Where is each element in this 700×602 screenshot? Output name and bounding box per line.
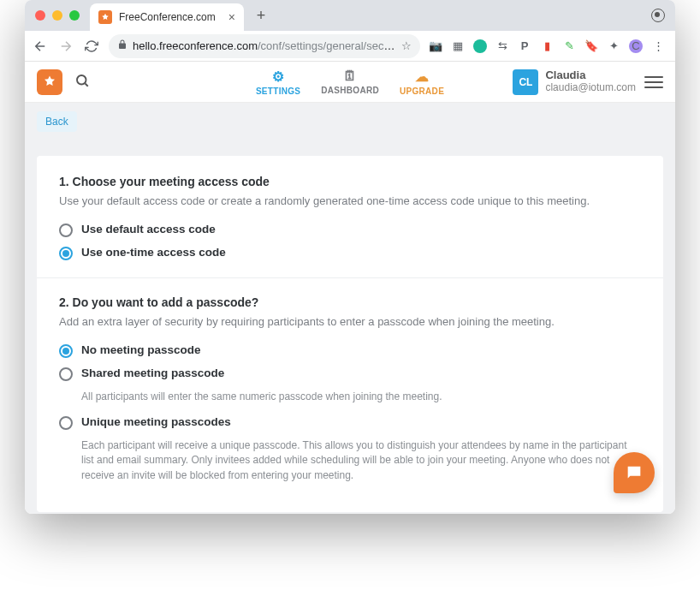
browser-tab-strip: FreeConference.com × + bbox=[25, 0, 675, 31]
radio-label: Shared meeting passcode bbox=[81, 367, 224, 379]
radio-icon bbox=[59, 367, 73, 381]
section1-desc: Use your default access code or create a… bbox=[59, 194, 641, 209]
lock-icon bbox=[117, 39, 128, 52]
chat-fab[interactable] bbox=[614, 452, 655, 493]
url-text: hello.freeconference.com/conf/settings/g… bbox=[133, 39, 396, 52]
cloud-up-icon: ☁ bbox=[415, 69, 429, 85]
radio-label: No meeting passcode bbox=[81, 343, 201, 356]
browser-toolbar: hello.freeconference.com/conf/settings/g… bbox=[25, 31, 675, 62]
star-icon[interactable]: ☆ bbox=[401, 39, 412, 52]
svg-rect-1 bbox=[630, 469, 638, 470]
radio-no-passcode[interactable]: No meeting passcode bbox=[59, 343, 641, 358]
new-tab-button[interactable]: + bbox=[251, 7, 271, 25]
radio-icon bbox=[59, 416, 73, 430]
user-menu[interactable]: CL Claudia claudia@iotum.com bbox=[513, 69, 636, 95]
radio-icon bbox=[59, 344, 73, 358]
ext-camera-icon[interactable]: 📷 bbox=[429, 39, 442, 53]
ext-todoist-icon[interactable]: ▮ bbox=[540, 39, 554, 53]
back-button[interactable]: Back bbox=[37, 111, 77, 132]
user-name: Claudia bbox=[545, 69, 636, 82]
tab-close-icon[interactable]: × bbox=[228, 10, 235, 24]
tab-overview-icon[interactable] bbox=[651, 9, 665, 22]
tab-title: FreeConference.com bbox=[119, 11, 216, 23]
divider bbox=[37, 277, 663, 278]
svg-rect-2 bbox=[630, 472, 635, 473]
nav-settings-label: SETTINGS bbox=[256, 86, 300, 96]
app-logo[interactable] bbox=[37, 69, 62, 95]
radio-help-shared: All participants will enter the same num… bbox=[81, 390, 641, 404]
gear-icon: ⚙ bbox=[272, 69, 284, 85]
address-bar[interactable]: hello.freeconference.com/conf/settings/g… bbox=[109, 34, 420, 58]
nav-dashboard[interactable]: 🗓 DASHBOARD bbox=[321, 69, 379, 95]
extension-icons: 📷 ▦ ⇆ P ▮ ✎ 🔖 ✦ C ⋮ bbox=[429, 39, 668, 53]
tab-favicon bbox=[98, 10, 112, 24]
hamburger-menu-icon[interactable] bbox=[644, 73, 663, 92]
settings-card: 1. Choose your meeting access code Use y… bbox=[37, 156, 663, 512]
ext-grid-icon[interactable]: ▦ bbox=[451, 39, 465, 53]
nav-settings[interactable]: ⚙ SETTINGS bbox=[256, 69, 300, 96]
radio-label: Use default access code bbox=[81, 223, 216, 235]
radio-shared-passcode[interactable]: Shared meeting passcode bbox=[59, 367, 641, 381]
back-bar: Back bbox=[25, 103, 675, 140]
app-header: ⚙ SETTINGS 🗓 DASHBOARD ☁ UPGRADE CL Clau… bbox=[25, 62, 675, 103]
radio-icon bbox=[59, 224, 73, 237]
kebab-menu-icon[interactable]: ⋮ bbox=[651, 39, 665, 53]
radio-onetime-access[interactable]: Use one-time access code bbox=[59, 246, 641, 260]
search-icon[interactable] bbox=[74, 73, 90, 92]
user-email: claudia@iotum.com bbox=[545, 82, 636, 94]
radio-unique-passcode[interactable]: Unique meeting passcodes bbox=[59, 415, 641, 430]
ext-bookmark-icon[interactable]: 🔖 bbox=[584, 39, 598, 53]
ext-feather-icon[interactable]: ✎ bbox=[562, 39, 576, 53]
section2-title: 2. Do you want to add a passcode? bbox=[59, 295, 641, 309]
main-nav: ⚙ SETTINGS 🗓 DASHBOARD ☁ UPGRADE bbox=[256, 69, 444, 96]
ext-puzzle-icon[interactable]: ✦ bbox=[607, 39, 620, 53]
nav-dashboard-label: DASHBOARD bbox=[321, 86, 379, 95]
nav-upgrade[interactable]: ☁ UPGRADE bbox=[400, 69, 444, 96]
svg-point-0 bbox=[77, 75, 86, 85]
profile-avatar[interactable]: C bbox=[629, 39, 643, 53]
radio-help-unique: Each participant will receive a unique p… bbox=[81, 438, 641, 483]
calendar-icon: 🗓 bbox=[343, 69, 357, 84]
window-maximize[interactable] bbox=[69, 10, 80, 21]
ext-pinterest-icon[interactable]: P bbox=[518, 39, 531, 53]
ext-green-icon[interactable] bbox=[473, 39, 487, 53]
radio-label: Use one-time access code bbox=[81, 246, 226, 259]
back-icon[interactable] bbox=[32, 39, 49, 54]
section2-desc: Add an extra layer of security by requir… bbox=[59, 314, 641, 330]
window-minimize[interactable] bbox=[52, 10, 62, 21]
window-close[interactable] bbox=[35, 10, 45, 21]
forward-icon bbox=[57, 39, 74, 54]
reload-icon[interactable] bbox=[83, 39, 100, 53]
section1-title: 1. Choose your meeting access code bbox=[59, 175, 641, 188]
chat-icon bbox=[625, 463, 644, 482]
browser-tab[interactable]: FreeConference.com × bbox=[90, 3, 244, 31]
radio-default-access[interactable]: Use default access code bbox=[59, 223, 641, 237]
user-avatar: CL bbox=[513, 69, 538, 95]
radio-icon bbox=[59, 247, 73, 260]
nav-upgrade-label: UPGRADE bbox=[400, 86, 444, 96]
radio-label: Unique meeting passcodes bbox=[81, 415, 231, 428]
window-controls bbox=[35, 10, 80, 21]
ext-sync-icon[interactable]: ⇆ bbox=[495, 39, 509, 53]
content-area: 1. Choose your meeting access code Use y… bbox=[25, 140, 675, 514]
